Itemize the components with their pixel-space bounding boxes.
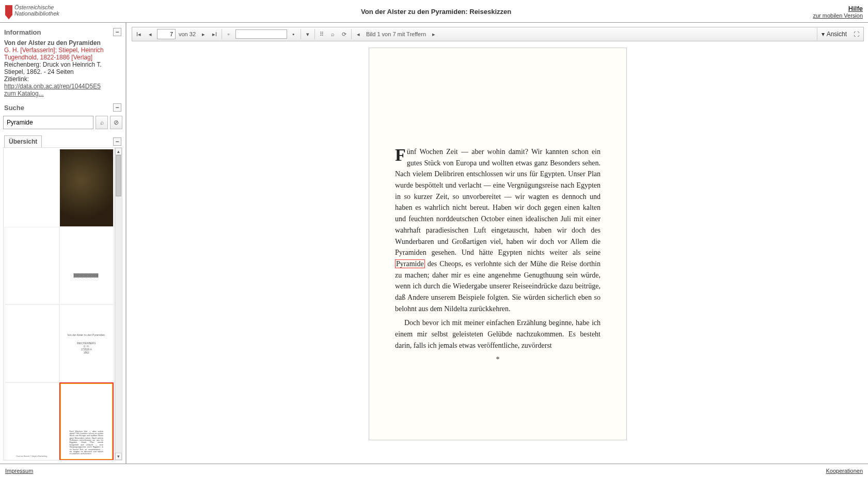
cancel-icon: ⊘: [114, 119, 119, 126]
overview-tab[interactable]: Übersicht: [4, 135, 42, 147]
rotate-button[interactable]: ⟳: [339, 28, 350, 40]
search-input[interactable]: [3, 116, 93, 129]
search-submit-button[interactable]: ⌕: [96, 116, 108, 129]
ansicht-dropdown[interactable]: ▾ Ansicht: [817, 28, 851, 40]
impressum-link[interactable]: Impressum: [5, 468, 33, 474]
thumbnail-scrollbar[interactable]: ▴ ▾: [115, 148, 122, 460]
information-body: Von der Alster zu den Pyramiden G. H. [V…: [3, 38, 122, 101]
scrollbar-thumb[interactable]: [116, 155, 121, 196]
last-page-button[interactable]: ▸I: [209, 28, 220, 40]
zitierlink[interactable]: http://data.onb.ac.at/rep/1044D5E5: [4, 83, 101, 90]
main-area: Information − Von der Alster zu den Pyra…: [0, 23, 868, 464]
help-link[interactable]: Hilfe: [813, 5, 863, 12]
zoom-dropdown-button[interactable]: ▾: [302, 28, 313, 40]
page-canvas[interactable]: Fünf Wochen Zeit — aber wohin damit? Wir…: [132, 41, 864, 464]
prev-hit-icon: ◂: [357, 31, 360, 38]
thumbnail-page-2[interactable]: [5, 227, 59, 305]
work-title: Von der Alster zu den Pyramiden: [4, 39, 121, 47]
zoom-slider[interactable]: [235, 29, 287, 39]
magnifier-icon: ⌕: [331, 31, 335, 37]
prev-icon: ◂: [149, 31, 152, 38]
work-imprint: Reichenberg: Druck von Heinrich T. Stiep…: [4, 61, 121, 75]
search-panel-header: Suche −: [3, 101, 122, 114]
prev-hit-button[interactable]: ◂: [353, 28, 364, 40]
collapse-overview-button[interactable]: −: [113, 137, 121, 146]
page-number-input[interactable]: [157, 29, 176, 39]
viewer-area: I◂ ◂ von 32 ▸ ▸I ▫ ▪ ▾ ⠿ ⌕ ⟳ ◂ Bild 1 vo…: [127, 23, 868, 464]
chevron-down-icon: ▾: [822, 30, 825, 38]
scroll-down-arrow-icon[interactable]: ▾: [115, 453, 122, 460]
zoom-in-button[interactable]: ▪: [288, 28, 299, 40]
next-page-button[interactable]: ▸: [198, 28, 209, 40]
next-hit-icon: ▸: [432, 31, 435, 38]
page-ornament: *: [395, 354, 601, 365]
thumbnail-grid[interactable]: Von der Alster zu den Pyramiden. REICHEN…: [4, 148, 115, 460]
search-hit-highlight: Pyramide: [395, 259, 425, 268]
first-page-button[interactable]: I◂: [133, 28, 145, 40]
kooperationen-link[interactable]: Kooperationen: [826, 468, 863, 474]
magnifier-icon: ⌕: [100, 119, 104, 126]
search-clear-button[interactable]: ⊘: [110, 116, 122, 129]
last-icon: ▸I: [212, 31, 217, 38]
search-row: ⌕ ⊘: [3, 116, 122, 129]
collapse-info-button[interactable]: −: [113, 28, 121, 36]
institution-name: Österreichische Nationalbibliothek: [14, 4, 59, 17]
information-panel-header: Information −: [3, 26, 122, 38]
search-heading: Suche: [4, 104, 24, 112]
hit-counter-text: Bild 1 von 7 mit Treffern: [364, 31, 428, 37]
information-heading: Information: [4, 28, 41, 36]
app-header: Österreichische Nationalbibliothek Von d…: [0, 0, 868, 23]
thumbnail-panel: Von der Alster zu den Pyramiden. REICHEN…: [3, 147, 122, 460]
thumbnail-page-5[interactable]: Von der Alster zu den Pyramiden. REICHEN…: [59, 304, 114, 382]
header-links: Hilfe zur mobilen Version: [813, 5, 863, 19]
page-paragraph-1: Fünf Wochen Zeit — aber wohin damit? Wir…: [395, 146, 601, 314]
thumbnail-page-3[interactable]: [59, 227, 114, 305]
next-icon: ▸: [202, 31, 205, 38]
zitierlink-row: Zitierlink: http://data.onb.ac.at/rep/10…: [4, 75, 121, 90]
thumbnail-page-1[interactable]: [59, 149, 114, 227]
page-paragraph-2: Doch bevor ich mit meiner einfachen Erzä…: [395, 317, 601, 351]
first-icon: I◂: [136, 31, 141, 38]
footer: Impressum Kooperationen: [0, 464, 868, 477]
mobile-version-link[interactable]: zur mobilen Version: [813, 12, 863, 19]
prev-page-button[interactable]: ◂: [145, 28, 156, 40]
zoom-out-icon: ▫: [228, 31, 230, 37]
grid-small-icon: ⠿: [320, 31, 324, 38]
logo-mark-icon: [5, 5, 12, 20]
page-total-label: von 32: [177, 31, 198, 37]
logo[interactable]: Österreichische Nationalbibliothek: [5, 4, 59, 20]
document-title: Von der Alster zu den Pyramiden: Reisesk…: [59, 8, 813, 16]
zoom-in-icon: ▪: [293, 31, 295, 37]
barcode-icon: [74, 273, 99, 278]
zoom-out-button[interactable]: ▫: [223, 28, 234, 40]
collapse-search-button[interactable]: −: [113, 103, 121, 112]
rotate-icon: ⟳: [342, 31, 346, 38]
work-author: G. H. [VerfasserIn]; Stiepel, Heinrich T…: [4, 47, 121, 61]
thumbnail-page-7[interactable]: Fünf Wochen Zeit — aber wohin damit? Wir…: [59, 382, 114, 460]
catalog-link[interactable]: zum Katalog...: [4, 90, 44, 97]
scroll-up-arrow-icon[interactable]: ▴: [115, 148, 122, 155]
fullscreen-button[interactable]: ⛶: [851, 28, 862, 40]
thumbnail-page-4[interactable]: [5, 304, 59, 382]
pan-tool-button[interactable]: ⠿: [316, 28, 327, 40]
chevron-down-icon: ▾: [306, 31, 309, 38]
viewer-toolbar: I◂ ◂ von 32 ▸ ▸I ▫ ▪ ▾ ⠿ ⌕ ⟳ ◂ Bild 1 vo…: [132, 27, 864, 41]
zoom-tool-button[interactable]: ⌕: [327, 28, 339, 40]
fullscreen-icon: ⛶: [854, 31, 859, 37]
dropcap: F: [395, 146, 407, 164]
sidebar: Information − Von der Alster zu den Pyra…: [0, 23, 127, 464]
overview-panel-header: Übersicht −: [3, 133, 122, 147]
next-hit-button[interactable]: ▸: [428, 28, 439, 40]
page-image: Fünf Wochen Zeit — aber wohin damit? Wir…: [369, 48, 627, 440]
thumbnail-page-6[interactable]: Druck von Heinrich T. Stiepel in Reichen…: [5, 382, 59, 460]
